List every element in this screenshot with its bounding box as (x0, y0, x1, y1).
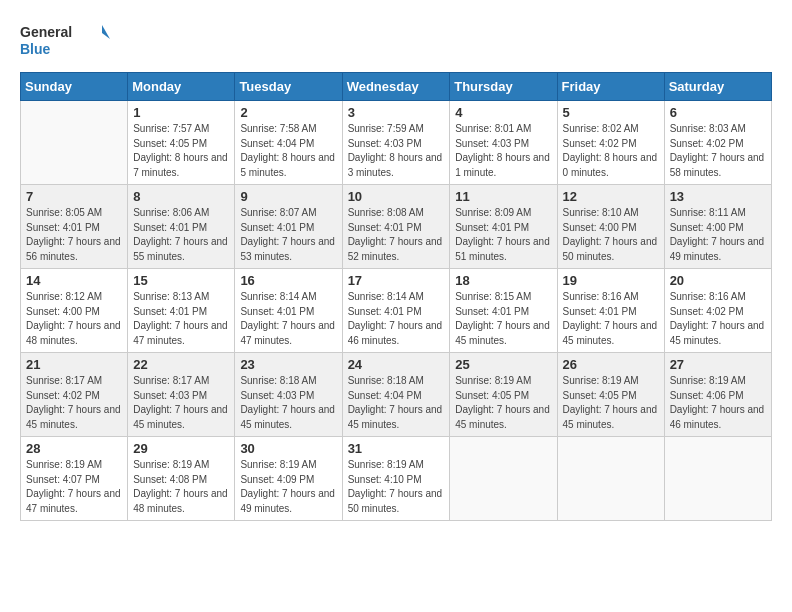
day-number: 27 (670, 357, 766, 372)
day-number: 11 (455, 189, 551, 204)
day-info: Sunrise: 8:06 AMSunset: 4:01 PMDaylight:… (133, 206, 229, 264)
day-number: 3 (348, 105, 445, 120)
calendar-day-cell: 5Sunrise: 8:02 AMSunset: 4:02 PMDaylight… (557, 101, 664, 185)
column-header-sunday: Sunday (21, 73, 128, 101)
day-info: Sunrise: 8:17 AMSunset: 4:02 PMDaylight:… (26, 374, 122, 432)
calendar-week-row: 1Sunrise: 7:57 AMSunset: 4:05 PMDaylight… (21, 101, 772, 185)
logo-svg: General Blue (20, 20, 110, 62)
calendar-day-cell: 25Sunrise: 8:19 AMSunset: 4:05 PMDayligh… (450, 353, 557, 437)
calendar-table: SundayMondayTuesdayWednesdayThursdayFrid… (20, 72, 772, 521)
day-number: 17 (348, 273, 445, 288)
column-header-friday: Friday (557, 73, 664, 101)
day-info: Sunrise: 7:59 AMSunset: 4:03 PMDaylight:… (348, 122, 445, 180)
day-info: Sunrise: 8:19 AMSunset: 4:06 PMDaylight:… (670, 374, 766, 432)
day-info: Sunrise: 8:18 AMSunset: 4:03 PMDaylight:… (240, 374, 336, 432)
calendar-day-cell: 12Sunrise: 8:10 AMSunset: 4:00 PMDayligh… (557, 185, 664, 269)
calendar-day-cell: 18Sunrise: 8:15 AMSunset: 4:01 PMDayligh… (450, 269, 557, 353)
calendar-week-row: 21Sunrise: 8:17 AMSunset: 4:02 PMDayligh… (21, 353, 772, 437)
day-info: Sunrise: 8:07 AMSunset: 4:01 PMDaylight:… (240, 206, 336, 264)
day-info: Sunrise: 7:57 AMSunset: 4:05 PMDaylight:… (133, 122, 229, 180)
calendar-day-cell: 10Sunrise: 8:08 AMSunset: 4:01 PMDayligh… (342, 185, 450, 269)
calendar-day-cell: 16Sunrise: 8:14 AMSunset: 4:01 PMDayligh… (235, 269, 342, 353)
column-header-monday: Monday (128, 73, 235, 101)
day-info: Sunrise: 8:17 AMSunset: 4:03 PMDaylight:… (133, 374, 229, 432)
day-number: 14 (26, 273, 122, 288)
day-info: Sunrise: 8:19 AMSunset: 4:07 PMDaylight:… (26, 458, 122, 516)
day-number: 31 (348, 441, 445, 456)
calendar-header-row: SundayMondayTuesdayWednesdayThursdayFrid… (21, 73, 772, 101)
calendar-day-cell (21, 101, 128, 185)
calendar-day-cell: 3Sunrise: 7:59 AMSunset: 4:03 PMDaylight… (342, 101, 450, 185)
day-info: Sunrise: 8:12 AMSunset: 4:00 PMDaylight:… (26, 290, 122, 348)
day-info: Sunrise: 8:16 AMSunset: 4:02 PMDaylight:… (670, 290, 766, 348)
day-number: 4 (455, 105, 551, 120)
day-info: Sunrise: 8:14 AMSunset: 4:01 PMDaylight:… (348, 290, 445, 348)
day-info: Sunrise: 8:10 AMSunset: 4:00 PMDaylight:… (563, 206, 659, 264)
day-info: Sunrise: 8:09 AMSunset: 4:01 PMDaylight:… (455, 206, 551, 264)
calendar-day-cell: 8Sunrise: 8:06 AMSunset: 4:01 PMDaylight… (128, 185, 235, 269)
day-number: 6 (670, 105, 766, 120)
day-info: Sunrise: 8:19 AMSunset: 4:09 PMDaylight:… (240, 458, 336, 516)
calendar-day-cell: 19Sunrise: 8:16 AMSunset: 4:01 PMDayligh… (557, 269, 664, 353)
day-info: Sunrise: 8:05 AMSunset: 4:01 PMDaylight:… (26, 206, 122, 264)
calendar-day-cell: 23Sunrise: 8:18 AMSunset: 4:03 PMDayligh… (235, 353, 342, 437)
calendar-week-row: 28Sunrise: 8:19 AMSunset: 4:07 PMDayligh… (21, 437, 772, 521)
day-info: Sunrise: 8:11 AMSunset: 4:00 PMDaylight:… (670, 206, 766, 264)
calendar-day-cell (450, 437, 557, 521)
day-info: Sunrise: 8:18 AMSunset: 4:04 PMDaylight:… (348, 374, 445, 432)
day-info: Sunrise: 8:08 AMSunset: 4:01 PMDaylight:… (348, 206, 445, 264)
calendar-day-cell: 30Sunrise: 8:19 AMSunset: 4:09 PMDayligh… (235, 437, 342, 521)
calendar-week-row: 7Sunrise: 8:05 AMSunset: 4:01 PMDaylight… (21, 185, 772, 269)
day-info: Sunrise: 7:58 AMSunset: 4:04 PMDaylight:… (240, 122, 336, 180)
day-info: Sunrise: 8:19 AMSunset: 4:10 PMDaylight:… (348, 458, 445, 516)
calendar-day-cell: 1Sunrise: 7:57 AMSunset: 4:05 PMDaylight… (128, 101, 235, 185)
day-info: Sunrise: 8:19 AMSunset: 4:08 PMDaylight:… (133, 458, 229, 516)
calendar-day-cell: 9Sunrise: 8:07 AMSunset: 4:01 PMDaylight… (235, 185, 342, 269)
day-number: 21 (26, 357, 122, 372)
calendar-day-cell: 21Sunrise: 8:17 AMSunset: 4:02 PMDayligh… (21, 353, 128, 437)
day-number: 26 (563, 357, 659, 372)
day-number: 23 (240, 357, 336, 372)
calendar-day-cell: 27Sunrise: 8:19 AMSunset: 4:06 PMDayligh… (664, 353, 771, 437)
calendar-day-cell: 29Sunrise: 8:19 AMSunset: 4:08 PMDayligh… (128, 437, 235, 521)
svg-text:General: General (20, 24, 72, 40)
svg-text:Blue: Blue (20, 41, 51, 57)
logo: General Blue (20, 20, 110, 62)
column-header-saturday: Saturday (664, 73, 771, 101)
day-number: 29 (133, 441, 229, 456)
day-number: 16 (240, 273, 336, 288)
column-header-wednesday: Wednesday (342, 73, 450, 101)
day-info: Sunrise: 8:01 AMSunset: 4:03 PMDaylight:… (455, 122, 551, 180)
column-header-tuesday: Tuesday (235, 73, 342, 101)
day-info: Sunrise: 8:15 AMSunset: 4:01 PMDaylight:… (455, 290, 551, 348)
calendar-day-cell (664, 437, 771, 521)
day-info: Sunrise: 8:02 AMSunset: 4:02 PMDaylight:… (563, 122, 659, 180)
calendar-day-cell: 31Sunrise: 8:19 AMSunset: 4:10 PMDayligh… (342, 437, 450, 521)
calendar-day-cell: 14Sunrise: 8:12 AMSunset: 4:00 PMDayligh… (21, 269, 128, 353)
calendar-day-cell: 24Sunrise: 8:18 AMSunset: 4:04 PMDayligh… (342, 353, 450, 437)
day-info: Sunrise: 8:19 AMSunset: 4:05 PMDaylight:… (563, 374, 659, 432)
day-number: 15 (133, 273, 229, 288)
calendar-week-row: 14Sunrise: 8:12 AMSunset: 4:00 PMDayligh… (21, 269, 772, 353)
day-number: 24 (348, 357, 445, 372)
calendar-day-cell: 17Sunrise: 8:14 AMSunset: 4:01 PMDayligh… (342, 269, 450, 353)
svg-marker-2 (102, 25, 110, 39)
page-header: General Blue (20, 20, 772, 62)
calendar-day-cell: 2Sunrise: 7:58 AMSunset: 4:04 PMDaylight… (235, 101, 342, 185)
calendar-day-cell: 4Sunrise: 8:01 AMSunset: 4:03 PMDaylight… (450, 101, 557, 185)
calendar-day-cell: 6Sunrise: 8:03 AMSunset: 4:02 PMDaylight… (664, 101, 771, 185)
day-info: Sunrise: 8:13 AMSunset: 4:01 PMDaylight:… (133, 290, 229, 348)
calendar-day-cell: 28Sunrise: 8:19 AMSunset: 4:07 PMDayligh… (21, 437, 128, 521)
day-number: 9 (240, 189, 336, 204)
column-header-thursday: Thursday (450, 73, 557, 101)
calendar-day-cell: 26Sunrise: 8:19 AMSunset: 4:05 PMDayligh… (557, 353, 664, 437)
day-number: 22 (133, 357, 229, 372)
day-number: 5 (563, 105, 659, 120)
day-number: 25 (455, 357, 551, 372)
day-number: 28 (26, 441, 122, 456)
calendar-day-cell: 15Sunrise: 8:13 AMSunset: 4:01 PMDayligh… (128, 269, 235, 353)
day-number: 8 (133, 189, 229, 204)
day-number: 10 (348, 189, 445, 204)
calendar-day-cell (557, 437, 664, 521)
day-number: 12 (563, 189, 659, 204)
